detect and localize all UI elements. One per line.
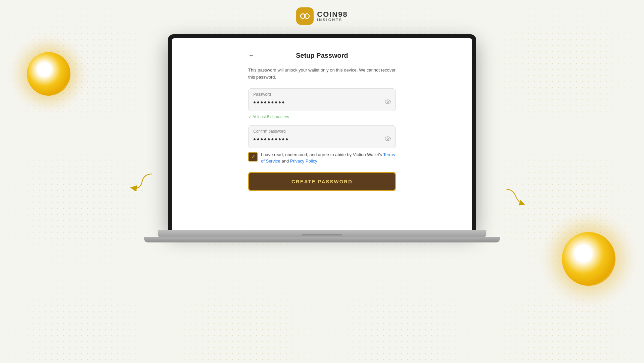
svg-point-2 (387, 101, 389, 103)
laptop-frame: ← Setup Password This password will unlo… (144, 34, 500, 242)
decorative-glow-right (562, 232, 615, 286)
confirm-password-dots[interactable]: •••••••••• (253, 135, 385, 144)
arrow-annotation-right (501, 186, 532, 208)
password-eye-icon[interactable] (385, 99, 391, 105)
svg-point-3 (387, 138, 389, 140)
back-button[interactable]: ← (248, 52, 254, 59)
laptop-screen: ← Setup Password This password will unlo… (172, 38, 472, 230)
logo-name: COIN98 (317, 11, 347, 18)
confirm-password-row: •••••••••• (253, 135, 391, 144)
logo-icon (296, 7, 314, 25)
checkmark-icon: ✓ (251, 153, 255, 160)
confirm-password-label: Confirm password (253, 129, 391, 134)
password-input-group: Password ••••••••• (248, 88, 396, 111)
terms-checkbox-row: ✓ I have read, understood, and agree to … (248, 151, 396, 165)
logo-text: COIN98 INSIGHTS (317, 11, 347, 22)
site-header: COIN98 INSIGHTS (296, 7, 347, 25)
terms-label: I have read, understood, and agree to ab… (261, 151, 396, 165)
page-title: Setup Password (248, 52, 396, 59)
password-label: Password (253, 92, 391, 97)
terms-checkbox[interactable]: ✓ (248, 152, 258, 162)
privacy-link[interactable]: Privacy Policy (290, 158, 317, 164)
arrow-annotation-left (123, 171, 154, 192)
laptop-base (158, 230, 486, 237)
decorative-glow-left (27, 52, 70, 96)
validation-message: ✓ At least 8 characters (248, 115, 396, 119)
page-description: This password will unlock your wallet on… (248, 67, 396, 81)
password-dots[interactable]: ••••••••• (253, 98, 385, 107)
screen-content: ← Setup Password This password will unlo… (248, 52, 396, 191)
page-header: ← Setup Password (248, 52, 396, 59)
logo-sub: INSIGHTS (317, 18, 347, 22)
confirm-password-input-group: Confirm password •••••••••• (248, 125, 396, 148)
laptop-screen-frame: ← Setup Password This password will unlo… (168, 34, 476, 230)
confirm-eye-icon[interactable] (385, 136, 391, 142)
laptop-bottom (144, 237, 500, 242)
password-row: ••••••••• (253, 98, 391, 107)
create-password-button[interactable]: CREATE PASSWORD (248, 172, 396, 191)
